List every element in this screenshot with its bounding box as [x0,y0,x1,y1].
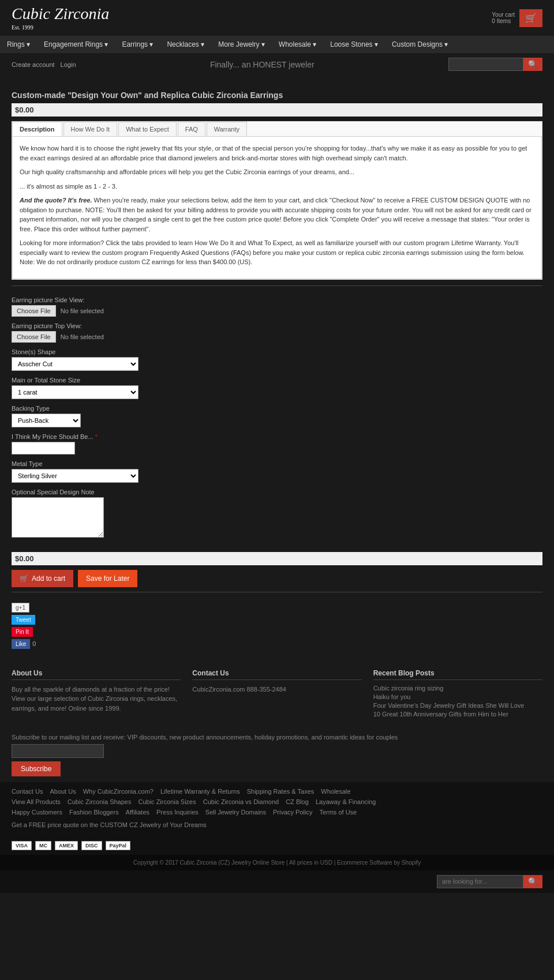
create-account-link[interactable]: Create account [12,61,55,68]
tab-content-description: We know how hard it is to choose the rig… [12,137,542,279]
footer-about: About Us Buy all the sparkle of diamonds… [12,669,181,719]
logo: Cubic Zirconia Est. 1999 [12,5,109,31]
facebook-like-button[interactable]: Like [12,639,30,649]
footer-link[interactable]: Fashion Bloggers [69,809,119,816]
divider-2 [12,592,542,592]
price-input-label: I Think My Price Should Be... * [12,433,542,440]
payment-icon-amex: AMEX [55,841,78,850]
blog-post-link[interactable]: Cubic zirconia ring sizing [373,685,542,692]
footer-link[interactable]: Affiliates [126,809,149,816]
subscribe-email-input[interactable] [12,744,104,758]
nav-item-custom-designs[interactable]: Custom Designs ▾ [385,36,455,53]
footer-about-text: Buy all the sparkle of diamonds at a fra… [12,685,181,714]
footer-link[interactable]: Sell Jewelry Domains [205,809,266,816]
nav-item-loose-stones[interactable]: Loose Stones ▾ [323,36,385,53]
subscribe-button[interactable]: Subscribe [12,761,61,776]
footer-link[interactable]: Terms of Use [319,809,357,816]
side-view-file-button[interactable]: Choose File [12,305,56,317]
payment-icon-visa: VISA [12,841,32,850]
nav-item-more-jewelry[interactable]: More Jewelry ▾ [211,36,272,53]
footer-about-title: About Us [12,669,181,680]
backing-type-group: Backing Type Push-BackScrew-BackLever-Ba… [12,405,542,427]
footer-blog: Recent Blog Posts Cubic zirconia ring si… [373,669,542,719]
footer-link[interactable]: Lifetime Warranty & Returns [160,788,240,795]
footer-link[interactable]: Happy Customers [12,809,62,816]
footer-link[interactable]: About Us [50,788,76,795]
footer-contact-info: CubicZirconia.com 888-355-2484 [192,685,361,694]
footer-link[interactable]: Shipping Rates & Taxes [247,788,315,795]
price-top: $0.00 [12,103,542,117]
footer-top: About Us Buy all the sparkle of diamonds… [0,660,554,728]
footer-link[interactable]: Cubic Zirconia Sizes [138,798,196,805]
copyright: Copyright © 2017 Cubic Zirconia (CZ) Jew… [0,855,554,870]
header-search: 🔍 [448,58,542,71]
design-note-group: Optional Special Design Note [12,489,542,539]
social-buttons: g+1 Tweet Pin It Like 0 [12,597,542,655]
footer-link[interactable]: Cubic Zirconia Shapes [68,798,132,805]
metal-type-select[interactable]: Sterling Silver14K White Gold14K Yellow … [12,469,138,483]
tab-faq[interactable]: FAQ [178,122,205,136]
action-buttons: 🛒 Add to cart Save for Later [12,570,542,587]
main-nav: Rings ▾Engagement Rings ▾Earrings ▾Neckl… [0,36,554,53]
backing-type-select[interactable]: Push-BackScrew-BackLever-BackClip-On [12,414,81,427]
stone-shape-select[interactable]: Asscher CutRoundPrincessOvalPearMarquise… [12,357,138,371]
save-for-later-button[interactable]: Save for Later [78,570,137,587]
add-to-cart-button[interactable]: 🛒 Add to cart [12,570,73,587]
footer-contact-title: Contact Us [192,669,361,680]
tab-how-we-do-it[interactable]: How We Do It [63,122,118,136]
price-input[interactable] [12,442,75,455]
header-search-input[interactable] [448,58,523,71]
payment-icon-paypal: PayPal [106,841,131,850]
top-header: Cubic Zirconia Est. 1999 Your cart 0 Ite… [0,0,554,36]
footer-link[interactable]: Cubic Zirconia vs Diamond [203,798,279,805]
footer-link[interactable]: Contact Us [12,788,43,795]
account-links: Create account Login [12,61,76,68]
tab-what-to-expect[interactable]: What to Expect [118,122,177,136]
tagline-text: Finally... an HONEST jeweler [76,60,448,69]
footer-link[interactable]: Press Inquiries [156,809,199,816]
bottom-search-input[interactable] [437,875,523,888]
tab-description[interactable]: Description [12,122,62,136]
nav-item-rings[interactable]: Rings ▾ [0,36,37,53]
footer-blog-title: Recent Blog Posts [373,669,542,680]
footer-link[interactable]: Layaway & Financing [316,798,376,805]
tabs: DescriptionHow We Do ItWhat to ExpectFAQ… [12,122,542,137]
footer-link[interactable]: Wholesale [321,788,350,795]
bottom-search-button[interactable]: 🔍 [523,875,542,888]
side-view-group: Earring picture Side View: Choose File N… [12,296,542,317]
tab-warranty[interactable]: Warranty [207,122,247,136]
divider-1 [12,286,542,286]
footer-link[interactable]: Privacy Policy [273,809,312,816]
footer-link[interactable]: Why CubicZirconia.com? [83,788,154,795]
nav-item-necklaces[interactable]: Necklaces ▾ [160,36,211,53]
nav-item-wholesale[interactable]: Wholesale ▾ [272,36,323,53]
blog-post-link[interactable]: 10 Great 10th Anniversary Gifts from Him… [373,711,542,718]
backing-type-label: Backing Type [12,405,542,412]
bottom-search: 🔍 [0,870,554,893]
blog-post-link[interactable]: Four Valentine's Day Jewelry Gift Ideas … [373,702,542,709]
payment-icon-disc: DISC [81,841,102,850]
footer-link[interactable]: View All Products [12,798,61,805]
google-plus-button[interactable]: g+1 [12,603,29,613]
subscribe-text: Subscribe to our mailing list and receiv… [12,734,542,741]
design-note-textarea[interactable] [12,497,104,538]
nav-item-engagement-rings[interactable]: Engagement Rings ▾ [37,36,115,53]
stone-size-select[interactable]: 1 carat0.5 carat1.5 carat2 carat3 carat [12,385,138,399]
stone-shape-label: Stone(s) Shape [12,348,542,355]
metal-type-label: Metal Type [12,460,542,467]
product-tabs-container: DescriptionHow We Do ItWhat to ExpectFAQ… [12,121,542,280]
pinterest-button[interactable]: Pin It [12,627,33,637]
top-view-file-button[interactable]: Choose File [12,331,56,343]
price-input-group: I Think My Price Should Be... * [12,433,542,455]
footer-link[interactable]: CZ Blog [286,798,309,805]
payment-icon-mc: MC [35,841,51,850]
cart-button[interactable]: 🛒 [519,9,542,27]
blog-post-link[interactable]: Haiku for you [373,693,542,700]
stone-shape-group: Stone(s) Shape Asscher CutRoundPrincessO… [12,348,542,371]
header-search-button[interactable]: 🔍 [523,58,542,71]
top-view-label: Earring picture Top View: [12,322,542,329]
login-link[interactable]: Login [61,61,76,68]
page-title: Custom-made "Design Your Own" and Replic… [12,87,542,101]
tweet-button[interactable]: Tweet [12,615,35,625]
nav-item-earrings[interactable]: Earrings ▾ [115,36,160,53]
